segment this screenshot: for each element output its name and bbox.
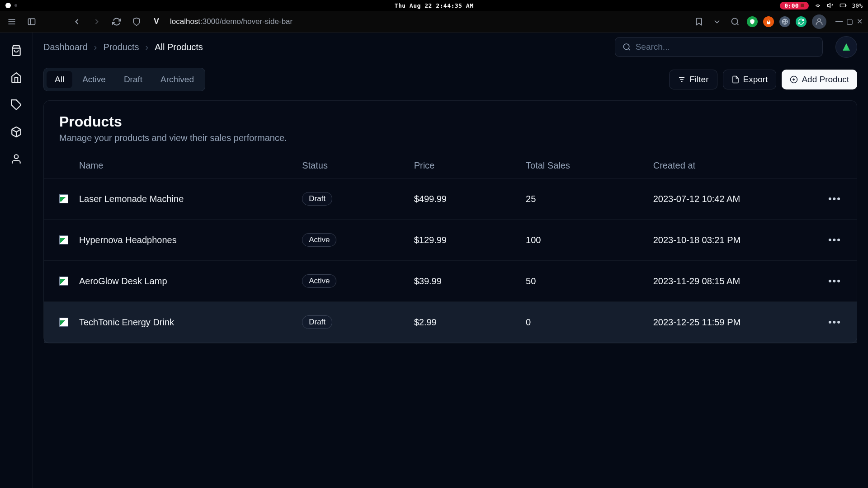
- sidebar-rail: [0, 33, 33, 488]
- browser-toolbar: V localhost:3000/demo/hover-side-bar — ▢…: [0, 11, 868, 33]
- cell-price: $39.99: [409, 261, 520, 302]
- site-icon: V: [150, 15, 163, 28]
- col-price[interactable]: Price: [409, 153, 520, 178]
- tab-all[interactable]: All: [47, 71, 72, 88]
- row-actions-icon[interactable]: •••: [828, 275, 841, 286]
- battery-percent: 30%: [852, 2, 863, 9]
- address-bar[interactable]: localhost:3000/demo/hover-side-bar: [170, 17, 292, 26]
- col-sales[interactable]: Total Sales: [520, 153, 648, 178]
- image-placeholder-icon: [59, 318, 68, 327]
- col-name[interactable]: Name: [74, 153, 297, 178]
- cell-created: 2023-11-29 08:15 AM: [648, 261, 823, 302]
- page-subtitle: Manage your products and view their sale…: [59, 133, 841, 143]
- col-image: [44, 153, 74, 178]
- cell-created: 2023-12-25 11:59 PM: [648, 302, 823, 343]
- status-badge: Active: [302, 274, 336, 288]
- svg-point-11: [818, 19, 821, 22]
- cell-name: Hypernova Headphones: [74, 220, 297, 261]
- chevron-right-icon: ›: [145, 42, 148, 52]
- svg-point-14: [14, 155, 18, 159]
- image-placeholder-icon: [843, 43, 850, 51]
- search-icon[interactable]: [729, 15, 741, 28]
- file-icon: [731, 75, 740, 84]
- extension-flame-icon[interactable]: [763, 16, 774, 27]
- export-button[interactable]: Export: [723, 70, 777, 89]
- hamburger-icon[interactable]: [5, 15, 18, 28]
- breadcrumb: Dashboard › Products › All Products: [43, 42, 203, 52]
- button-label: Add Product: [802, 75, 849, 84]
- reload-icon[interactable]: [110, 15, 123, 28]
- status-badge: Draft: [302, 192, 332, 206]
- cell-name: Laser Lemonade Machine: [74, 178, 297, 220]
- sidebar-toggle-icon[interactable]: [25, 15, 38, 28]
- table-row[interactable]: AeroGlow Desk LampActive$39.99502023-11-…: [44, 261, 857, 302]
- search-box[interactable]: [615, 37, 823, 57]
- extension-globe-icon[interactable]: [779, 16, 790, 27]
- battery-icon: [840, 2, 847, 9]
- svg-line-8: [737, 23, 739, 25]
- chevron-right-icon: ›: [94, 42, 97, 52]
- products-table: Name Status Price Total Sales Created at…: [44, 153, 857, 343]
- row-actions-icon[interactable]: •••: [828, 234, 841, 245]
- cell-price: $2.99: [409, 302, 520, 343]
- window-maximize-icon[interactable]: ▢: [846, 17, 853, 26]
- shield-icon[interactable]: [130, 15, 143, 28]
- user-avatar[interactable]: [835, 36, 857, 58]
- filter-icon: [678, 75, 686, 84]
- nav-package-icon[interactable]: [9, 125, 24, 139]
- svg-rect-0: [840, 4, 845, 7]
- nav-tag-icon[interactable]: [9, 98, 24, 112]
- nav-back-icon[interactable]: [71, 15, 83, 28]
- tab-active[interactable]: Active: [74, 71, 114, 88]
- row-actions-icon[interactable]: •••: [828, 193, 841, 204]
- col-status[interactable]: Status: [297, 153, 408, 178]
- status-badge: Draft: [302, 315, 332, 329]
- status-tabs: AllActiveDraftArchived: [43, 68, 205, 91]
- cell-price: $499.99: [409, 178, 520, 220]
- cell-sales: 0: [520, 302, 648, 343]
- search-icon: [623, 42, 631, 52]
- image-placeholder-icon: [59, 235, 68, 244]
- button-label: Export: [743, 75, 768, 84]
- filter-button[interactable]: Filter: [669, 70, 717, 89]
- cell-name: TechTonic Energy Drink: [74, 302, 297, 343]
- col-created[interactable]: Created at: [648, 153, 823, 178]
- tab-archived[interactable]: Archived: [152, 71, 202, 88]
- extension-sync-icon[interactable]: [796, 16, 807, 27]
- bookmark-icon[interactable]: [693, 15, 705, 28]
- breadcrumb-item[interactable]: Dashboard: [43, 42, 88, 52]
- browser-profile-avatar[interactable]: [812, 14, 826, 29]
- page-title: Products: [59, 113, 841, 130]
- cell-created: 2023-10-18 03:21 PM: [648, 220, 823, 261]
- svg-point-15: [623, 44, 629, 49]
- svg-point-7: [732, 18, 738, 24]
- volume-icon: [827, 2, 834, 9]
- table-row[interactable]: Hypernova HeadphonesActive$129.991002023…: [44, 220, 857, 261]
- nav-home-icon[interactable]: [9, 70, 24, 85]
- nav-forward-icon[interactable]: [90, 15, 103, 28]
- chevron-down-icon[interactable]: [711, 15, 723, 28]
- image-placeholder-icon: [59, 194, 68, 203]
- cell-sales: 100: [520, 220, 648, 261]
- table-row[interactable]: Laser Lemonade MachineDraft$499.99252023…: [44, 178, 857, 220]
- nav-user-icon[interactable]: [9, 152, 24, 166]
- cell-created: 2023-07-12 10:42 AM: [648, 178, 823, 220]
- table-row[interactable]: TechTonic Energy DrinkDraft$2.9902023-12…: [44, 302, 857, 343]
- extension-shield-icon[interactable]: [747, 16, 758, 27]
- plus-circle-icon: [790, 75, 798, 84]
- nav-bag-icon[interactable]: [9, 43, 24, 58]
- screen-record-indicator[interactable]: 0:00: [780, 2, 808, 9]
- window-close-icon[interactable]: ✕: [857, 17, 863, 26]
- add-product-button[interactable]: Add Product: [782, 70, 857, 89]
- search-input[interactable]: [636, 42, 815, 52]
- svg-line-16: [628, 49, 630, 50]
- svg-rect-5: [28, 19, 35, 24]
- breadcrumb-item[interactable]: Products: [104, 42, 139, 52]
- wifi-icon: [814, 2, 821, 9]
- window-minimize-icon[interactable]: —: [835, 17, 843, 26]
- row-actions-icon[interactable]: •••: [828, 316, 841, 328]
- button-label: Filter: [689, 75, 708, 84]
- status-badge: Active: [302, 233, 336, 247]
- cell-name: AeroGlow Desk Lamp: [74, 261, 297, 302]
- tab-draft[interactable]: Draft: [116, 71, 151, 88]
